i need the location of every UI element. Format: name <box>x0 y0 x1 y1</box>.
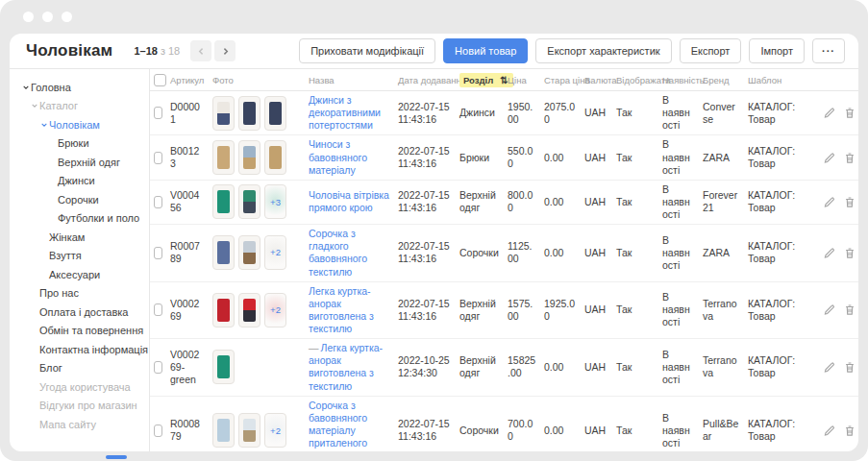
column-label[interactable]: Шаблон <box>748 75 781 85</box>
edit-icon[interactable] <box>823 152 835 164</box>
edit-icon[interactable] <box>823 303 835 316</box>
product-link[interactable]: Сорочка з гладкого бавовняного текстилю <box>309 228 367 277</box>
brand-cell-value: ZARA <box>703 152 730 163</box>
sidebar-item[interactable]: Головна <box>10 78 149 97</box>
column-label[interactable]: Назва <box>309 75 335 85</box>
hide-modifications-button[interactable]: Приховати модифікації <box>299 38 435 63</box>
sidebar-item[interactable]: Футболки и поло <box>10 209 149 229</box>
sidebar-item[interactable]: Відгуки про магазин <box>10 397 149 416</box>
product-link[interactable]: Сорочка з бавовняного матеріалу притален… <box>309 400 367 451</box>
next-page-button[interactable] <box>214 40 236 61</box>
sidebar-item[interactable]: Сорочки <box>10 190 149 209</box>
column-label[interactable]: Наявність <box>662 75 705 85</box>
availability-cell: В наявності <box>662 138 703 176</box>
sidebar-item[interactable]: Брюки <box>10 134 149 154</box>
column-label[interactable]: Ціна <box>508 75 527 85</box>
product-photo[interactable] <box>212 140 235 175</box>
actions-cell <box>823 303 858 316</box>
product-link[interactable]: Чиноси з бавовняного матеріалу <box>309 138 367 175</box>
product-photo[interactable] <box>238 96 260 131</box>
bottom-accent-dash <box>106 455 127 459</box>
sidebar-item[interactable]: Блог <box>10 359 149 378</box>
column-label[interactable]: Артикул <box>170 75 204 85</box>
sidebar-item[interactable]: Взуття <box>10 247 149 266</box>
previous-page-button[interactable] <box>190 40 211 61</box>
product-link[interactable]: Чоловіча вітрівка прямого крою <box>309 189 389 213</box>
column-label[interactable]: Бренд <box>703 75 730 85</box>
window-control-dot[interactable] <box>42 12 53 22</box>
product-photo[interactable] <box>212 413 235 448</box>
sidebar-item[interactable]: Про нас <box>10 284 149 303</box>
sidebar-item[interactable]: Оплата і доставка <box>10 303 149 322</box>
actions-cell <box>823 196 858 208</box>
sidebar-item[interactable]: Мапа сайту <box>10 415 149 434</box>
product-photo[interactable] <box>212 235 235 270</box>
delete-icon[interactable] <box>844 303 856 316</box>
edit-icon[interactable] <box>823 425 835 437</box>
import-button[interactable]: Імпорт <box>749 38 805 63</box>
product-photo[interactable] <box>238 184 260 219</box>
select-all-checkbox[interactable] <box>154 74 166 86</box>
brand-cell-value: Converse <box>703 101 735 125</box>
sidebar-item[interactable]: Джинси <box>10 172 149 191</box>
window-control-dot[interactable] <box>62 12 72 22</box>
product-photo[interactable] <box>264 96 286 131</box>
window-control-dot[interactable] <box>23 12 34 22</box>
date-cell-value: 2022-10-25 12:34:30 <box>398 354 450 378</box>
sidebar-item[interactable]: Верхній одяг <box>10 153 149 172</box>
product-photo[interactable] <box>212 350 235 384</box>
export-button[interactable]: Експорт <box>680 38 742 63</box>
sidebar-item[interactable]: Чоловікам <box>10 115 149 134</box>
product-link[interactable]: Легка куртка-анорак виготовлена з тексти… <box>309 285 374 334</box>
row-checkbox[interactable] <box>154 196 162 208</box>
product-photo[interactable] <box>264 140 286 175</box>
product-link[interactable]: Джинси з декоративними потертостями <box>309 94 381 131</box>
sidebar-item[interactable]: Обмін та повернення <box>10 322 149 341</box>
more-actions-button[interactable]: ··· <box>812 38 845 63</box>
delete-icon[interactable] <box>844 425 856 437</box>
sidebar-item[interactable]: Аксесуари <box>10 265 149 284</box>
product-photo[interactable] <box>238 293 260 328</box>
sidebar-item[interactable]: Каталог <box>10 97 149 116</box>
sidebar-item[interactable]: Угода користувача <box>10 377 149 397</box>
delete-icon[interactable] <box>844 107 856 119</box>
edit-icon[interactable] <box>823 107 835 119</box>
edit-icon[interactable] <box>823 196 835 208</box>
row-checkbox[interactable] <box>154 107 162 119</box>
edit-icon[interactable] <box>823 361 835 374</box>
column-label[interactable]: Стара ціна <box>544 75 590 85</box>
delete-icon[interactable] <box>844 152 856 164</box>
product-photo[interactable] <box>212 184 235 219</box>
column-label[interactable]: Дата додавання <box>398 75 466 85</box>
sidebar-item[interactable]: Контактна інформація <box>10 340 149 359</box>
sidebar-item-label: Мапа сайту <box>39 419 96 430</box>
delete-icon[interactable] <box>844 196 856 208</box>
delete-icon[interactable] <box>844 247 856 259</box>
row-checkbox[interactable] <box>154 425 162 437</box>
row-checkbox[interactable] <box>154 361 162 374</box>
new-product-button[interactable]: Новий товар <box>443 38 528 63</box>
actions-cell <box>823 425 858 437</box>
more-photos-badge[interactable]: +3 <box>264 184 286 219</box>
more-photos-badge[interactable]: +2 <box>264 293 286 328</box>
product-photo[interactable] <box>238 140 260 175</box>
row-checkbox[interactable] <box>154 303 162 316</box>
sidebar-item[interactable]: Жінкам <box>10 228 149 247</box>
brand-cell-value: Terranova <box>703 298 737 322</box>
export-characteristics-button[interactable]: Експорт характеристик <box>535 38 671 63</box>
row-checkbox[interactable] <box>154 247 162 259</box>
product-photo[interactable] <box>238 413 260 448</box>
product-photo[interactable] <box>212 96 235 131</box>
more-photos-badge[interactable]: +2 <box>264 235 286 270</box>
row-checkbox[interactable] <box>154 152 162 164</box>
sorted-column-header[interactable]: Розділ⇅ <box>459 73 513 87</box>
edit-icon[interactable] <box>823 247 835 259</box>
product-photo[interactable] <box>238 235 260 270</box>
availability-cell: В наявності <box>662 412 703 449</box>
delete-icon[interactable] <box>844 361 856 374</box>
header-actions: Приховати модифікаціїНовий товарЕкспорт … <box>299 38 845 63</box>
column-label[interactable]: Валюта <box>584 75 617 85</box>
more-photos-badge[interactable]: +2 <box>264 413 286 448</box>
product-photo[interactable] <box>212 293 235 328</box>
product-link[interactable]: Легка куртка-анорак виготовлена з тексти… <box>309 342 383 391</box>
